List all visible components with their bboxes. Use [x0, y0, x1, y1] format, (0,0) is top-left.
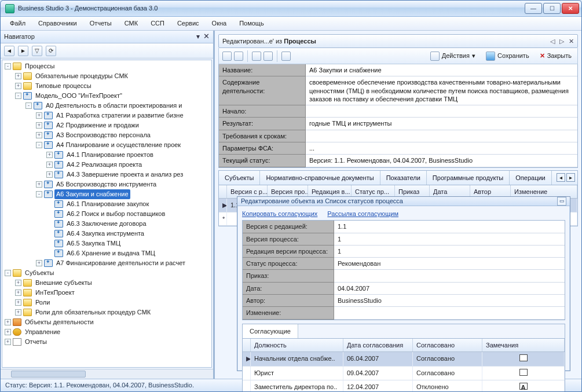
- link-copy-approvers[interactable]: Копировать согласующих: [242, 210, 317, 217]
- subpanel-close-icon[interactable]: ▭: [557, 197, 566, 206]
- tree-item[interactable]: А6.3 Заключение договора: [65, 219, 148, 228]
- tab-nav-left-icon[interactable]: ◁: [550, 37, 555, 45]
- tab-approvers[interactable]: Согласующие: [243, 324, 298, 338]
- grid-cell[interactable]: 09.04.2007: [343, 367, 413, 380]
- subpanel-header[interactable]: Редактирование объекта из Список статусо…: [237, 197, 570, 206]
- tab-close-icon[interactable]: ✕: [569, 37, 574, 45]
- navigator-tree[interactable]: -Процессы +Обязательные процедуры СМК +Т…: [2, 60, 212, 368]
- prop-value[interactable]: 1: [334, 233, 565, 246]
- prop-value[interactable]: Рекомендован: [334, 258, 565, 270]
- tab-subjects[interactable]: Субъекты: [219, 171, 260, 185]
- link-icon[interactable]: [281, 52, 291, 61]
- grid-col[interactable]: Дата согласования: [343, 339, 413, 351]
- tree-item[interactable]: А6.1 Планирование закупок: [65, 199, 151, 208]
- tree-item[interactable]: А2 Продвижение и продажи: [54, 120, 141, 130]
- tree-item[interactable]: Модель_ООО "ИнТехПроект": [34, 91, 124, 100]
- tree-item-selected[interactable]: А6 Закупки и снабжение: [54, 189, 130, 199]
- tree-item[interactable]: Внешние субъекты: [34, 278, 94, 287]
- grid-cell[interactable]: Отклонено: [413, 380, 482, 392]
- save-icon[interactable]: [222, 52, 232, 61]
- tree-item[interactable]: Роли: [34, 298, 52, 307]
- minimize-button[interactable]: —: [525, 3, 542, 14]
- window-close-button[interactable]: ✕: [562, 3, 579, 14]
- grid-cell[interactable]: 06.04.2007: [343, 352, 413, 365]
- grid-cell[interactable]: Заместитель директора по..: [251, 380, 343, 392]
- grid-col[interactable]: Замечания: [482, 339, 565, 351]
- tree-item[interactable]: А1 Разработка стратегии и развитие бизне: [54, 111, 185, 120]
- prop-value[interactable]: [306, 130, 577, 142]
- maximize-button[interactable]: ☐: [543, 3, 561, 14]
- titlebar[interactable]: Business Studio 3 - Демонстрационная баз…: [1, 1, 581, 17]
- close-button[interactable]: ✕Закрыть: [537, 50, 574, 61]
- prop-value[interactable]: ...: [306, 142, 577, 155]
- tree-item[interactable]: Роли для обязательных процедур СМК: [34, 307, 152, 317]
- prop-value[interactable]: Версия: 1.1. Рекомендован, 04.04.2007, B…: [306, 155, 577, 167]
- grid-row[interactable]: ▶ Начальник отдела снабже.. 06.04.2007 С…: [243, 352, 565, 366]
- approvers-grid[interactable]: Должность Дата согласования Согласовано …: [242, 338, 565, 392]
- tab-indicators[interactable]: Показатели: [380, 171, 427, 185]
- save-button[interactable]: Сохранить: [484, 50, 532, 62]
- tree-item[interactable]: А0 Деятельность в области проектирования…: [44, 101, 184, 110]
- prop-value[interactable]: 1.1: [334, 221, 565, 233]
- prop-value[interactable]: А6 Закупки и снабжение: [306, 64, 577, 76]
- tree-item[interactable]: А7 Финансирование деятельности и расчет: [54, 258, 187, 268]
- prop-value[interactable]: [334, 270, 565, 282]
- grid-icon[interactable]: [252, 52, 261, 61]
- menu-service[interactable]: Сервис: [171, 17, 205, 29]
- grid-cell[interactable]: Согласовано: [413, 367, 482, 380]
- prop-value[interactable]: своевременное обеспечение производства к…: [306, 76, 577, 105]
- tree-item[interactable]: Обязательные процедуры СМК: [34, 71, 130, 80]
- menu-ssp[interactable]: ССП: [145, 17, 170, 29]
- prop-value[interactable]: 1: [334, 246, 565, 258]
- prop-value[interactable]: 04.04.2007: [334, 283, 565, 295]
- grid-col[interactable]: Согласовано: [413, 339, 482, 351]
- tree-item[interactable]: А3 Воспроизводство персонала: [54, 130, 152, 140]
- grid-row[interactable]: Юрист 09.04.2007 Согласовано: [243, 367, 565, 380]
- refresh-icon[interactable]: ⟳: [46, 46, 56, 56]
- tree-item[interactable]: А5 Воспроизводство инструмента: [54, 179, 158, 189]
- pin-icon[interactable]: ▾: [196, 32, 200, 42]
- grid-cell[interactable]: 12.04.2007: [343, 380, 413, 392]
- menu-windows[interactable]: Окна: [206, 17, 233, 29]
- tree-reports[interactable]: Отчеты: [23, 337, 49, 346]
- new-doc-icon[interactable]: [234, 52, 243, 61]
- grid-cell[interactable]: Начальник отдела снабже..: [251, 352, 343, 365]
- tree-item[interactable]: ИнТехПроект: [34, 288, 76, 297]
- actions-button[interactable]: Действия ▾: [428, 50, 478, 62]
- tree-item[interactable]: А4.3 Завершение проекта и анализ рез: [65, 170, 185, 179]
- tree-objects[interactable]: Объекты деятельности: [23, 317, 96, 327]
- tree-item[interactable]: А4.2 Реализация проекта: [65, 160, 144, 169]
- tree-item[interactable]: А6.2 Поиск и выбор поставщиков: [65, 209, 167, 218]
- menu-file[interactable]: Файл: [4, 17, 31, 29]
- grid-cell-notes[interactable]: [482, 367, 565, 380]
- prop-value[interactable]: BusinessStudio: [334, 295, 565, 307]
- tree-processes[interactable]: Процессы: [23, 61, 56, 71]
- grid-row[interactable]: Заместитель директора по.. 12.04.2007 От…: [243, 380, 565, 392]
- tree-management[interactable]: Управление: [23, 327, 62, 336]
- document-tab[interactable]: Редактирован...е' из Процессы ◁ ▷ ✕: [218, 34, 578, 48]
- status-editor-panel[interactable]: Редактирование объекта из Список статусо…: [237, 196, 570, 371]
- menu-smk[interactable]: СМК: [119, 17, 144, 29]
- prop-value[interactable]: [306, 105, 577, 118]
- tab-documents[interactable]: Нормативно-справочные документы: [260, 171, 380, 185]
- tree-item[interactable]: А4 Планирование и осуществление проек: [54, 140, 182, 149]
- grid-cell[interactable]: Юрист: [251, 367, 343, 380]
- grid-cell-notes[interactable]: A: [482, 380, 565, 392]
- print-icon[interactable]: [263, 52, 273, 61]
- tab-scroll-right-icon[interactable]: ▸: [566, 173, 575, 182]
- tree-item[interactable]: А6.4 Закупка инструмента: [65, 229, 146, 238]
- tab-nav-right-icon[interactable]: ▷: [559, 37, 564, 45]
- tree-item[interactable]: А6.5 Закупка ТМЦ: [65, 239, 122, 248]
- grid-cell[interactable]: Согласовано: [413, 352, 482, 365]
- tab-scroll-left-icon[interactable]: ◂: [557, 173, 565, 182]
- grid-cell-notes[interactable]: [482, 352, 565, 365]
- tree-item[interactable]: А4.1 Планирование проектов: [65, 150, 155, 159]
- tree-hscrollbar[interactable]: [1, 369, 213, 379]
- menu-reference[interactable]: Справочники: [32, 17, 83, 29]
- tree-item[interactable]: Типовые процессы: [34, 81, 93, 90]
- prop-value[interactable]: [334, 307, 565, 319]
- tree-item[interactable]: А6.6 Хранение и выдача ТМЦ: [65, 248, 157, 258]
- menu-reports[interactable]: Отчеты: [84, 17, 118, 29]
- panel-close-icon[interactable]: ✕: [203, 32, 210, 42]
- filter-icon[interactable]: ▽: [32, 46, 42, 56]
